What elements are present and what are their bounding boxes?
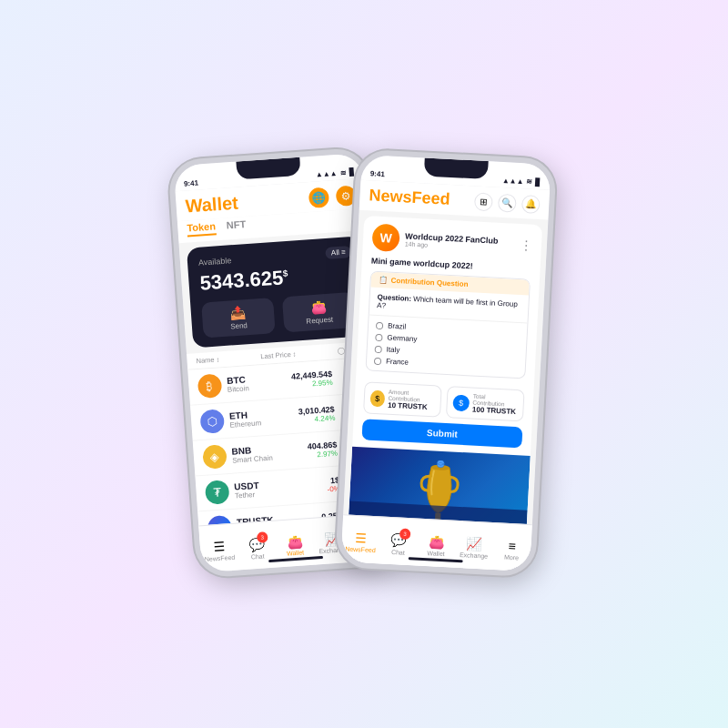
- nav-chat[interactable]: 💬 3 Chat: [237, 531, 277, 561]
- option-label-france: France: [386, 358, 409, 367]
- send-label: Send: [208, 319, 269, 332]
- col-price: Last Price ↕: [260, 350, 297, 361]
- side-button-left: [170, 221, 176, 244]
- nf-wallet-label: Wallet: [427, 550, 445, 557]
- nf-more-icon: ≡: [508, 538, 516, 552]
- bnb-info: BNB Smart Chain: [231, 443, 285, 465]
- notch-nf: [424, 157, 489, 179]
- bell-icon[interactable]: 🔔: [521, 195, 541, 214]
- request-icon: 👛: [288, 298, 349, 317]
- available-label: Available: [198, 256, 232, 268]
- tab-nft[interactable]: NFT: [226, 218, 246, 234]
- nf-nav-more[interactable]: ≡ More: [492, 533, 531, 561]
- option-label-germany: Germany: [387, 334, 417, 344]
- post-avatar: W: [371, 224, 400, 253]
- eth-info: ETH Ethereum: [229, 408, 283, 430]
- nf-battery-icon: ▊: [535, 178, 541, 187]
- request-action[interactable]: 👛 Request: [282, 292, 357, 332]
- btc-info: BTC Bitcoin: [227, 372, 280, 394]
- newsfeed-phone: 9:41 ▲▲▲ ≋ ▊ NewsFeed ⊞ 🔍 🔔: [335, 149, 557, 578]
- side-button-right-nf: [549, 238, 554, 274]
- wifi-icon: ≋: [339, 168, 347, 177]
- wallet-card: Available All ≡ 5343.625$ 📤 Send 👛 Reque…: [187, 236, 368, 348]
- tab-token[interactable]: Token: [187, 220, 217, 237]
- coin-icon-yellow: $: [369, 389, 385, 407]
- btc-logo: ₿: [197, 373, 223, 399]
- nf-chat-label: Chat: [391, 549, 405, 556]
- send-icon: 📤: [207, 304, 269, 323]
- amount-contrib-info: Amount Contribution 10 TRUSTK: [388, 389, 436, 412]
- nf-nav-exchange[interactable]: 📈 Exchange: [455, 531, 494, 559]
- wallet-title: Wallet: [185, 193, 239, 217]
- bnb-price: 404.86$ 2.97%: [284, 440, 338, 460]
- phones-container: 9:41 ▲▲▲ ≋ ▊ Wallet 🌐 ⚙ Token NFT: [164, 155, 564, 573]
- nf-exchange-icon: 📈: [466, 536, 482, 551]
- nf-header-icons: ⊞ 🔍 🔔: [474, 192, 541, 214]
- svg-point-3: [437, 460, 444, 468]
- nav-wallet[interactable]: 👛 Wallet: [275, 529, 314, 557]
- eth-logo: ⬡: [199, 409, 225, 434]
- nf-newsfeed-label: NewsFeed: [345, 545, 376, 553]
- newsfeed-label: NewsFeed: [205, 553, 236, 561]
- nf-nav-chat[interactable]: 💬 3 Chat: [379, 527, 419, 556]
- option-label-brazil: Brazil: [388, 322, 406, 331]
- eth-price: 3,010.42$ 4.24%: [281, 404, 335, 425]
- grid-icon[interactable]: ⊞: [474, 192, 493, 211]
- total-contrib-box: $ Total Contribution 100 TRUSTK: [446, 386, 525, 421]
- nf-status-time: 9:41: [370, 169, 385, 178]
- radio-italy: [375, 345, 382, 352]
- quiz-header-label: Contribution Question: [390, 277, 468, 288]
- quiz-icon: 📋: [378, 276, 387, 285]
- all-button[interactable]: All ≡: [325, 246, 351, 259]
- wallet-header-icons: 🌐 ⚙: [308, 185, 357, 208]
- balance-value: 5343.625: [199, 266, 284, 294]
- nf-signal-icon: ▲▲▲: [502, 177, 524, 186]
- total-contrib-val: 100 TRUSTK: [472, 406, 518, 417]
- nf-more-label: More: [504, 553, 519, 561]
- radio-brazil: [376, 321, 383, 329]
- nf-status-icons: ▲▲▲ ≋ ▊: [502, 177, 541, 187]
- usdt-info: USDT Tether: [234, 479, 288, 500]
- nf-newsfeed-icon: ☰: [355, 531, 368, 546]
- globe-icon[interactable]: 🌐: [308, 187, 329, 207]
- wallet-nav-label: Wallet: [287, 549, 305, 556]
- signal-icon: ▲▲▲: [316, 169, 338, 179]
- radio-france: [374, 357, 381, 364]
- nf-wallet-icon: 👛: [429, 534, 445, 550]
- newsfeed-screen: NewsFeed ⊞ 🔍 🔔 W Worldcup 2022 FanClub 1…: [340, 180, 550, 571]
- amount-contrib-val: 10 TRUSTK: [388, 401, 435, 412]
- battery-icon: ▊: [349, 168, 355, 177]
- col-name: Name ↕: [196, 355, 219, 365]
- post-menu[interactable]: ⋮: [520, 238, 533, 252]
- send-action[interactable]: 📤 Send: [201, 298, 276, 338]
- status-time: 9:41: [184, 179, 199, 188]
- chat-badge: 3: [257, 531, 268, 543]
- newsfeed-icon: ☰: [213, 539, 226, 554]
- nf-chat-badge: 3: [399, 528, 411, 540]
- nf-nav-newsfeed[interactable]: ☰ NewsFeed: [341, 526, 380, 553]
- nf-nav-wallet[interactable]: 👛 Wallet: [417, 530, 456, 557]
- quiz-options: Brazil Germany Italy France: [367, 315, 528, 378]
- nf-chat-icon-wrap: 💬 3: [390, 531, 407, 549]
- request-label: Request: [289, 314, 350, 327]
- usdt-logo: ₮: [205, 480, 230, 505]
- post-meta: Worldcup 2022 FanClub 14h ago: [405, 231, 515, 252]
- nf-bottom-nav: ☰ NewsFeed 💬 3 Chat 👛 Wallet 📈 Exchan: [340, 514, 531, 571]
- quiz-box: 📋 Contribution Question Question: Which …: [365, 270, 531, 379]
- btc-price: 42,449.54$ 2.95%: [279, 369, 333, 389]
- newsfeed-title: NewsFeed: [369, 186, 450, 209]
- total-contrib-info: Total Contribution 100 TRUSTK: [472, 393, 519, 417]
- usdt-price: 1$ -0%: [287, 475, 340, 496]
- radio-germany: [375, 333, 382, 340]
- coin-icon-blue: $: [452, 394, 469, 411]
- chat-icon-wrap: 💬 3: [248, 535, 265, 552]
- bnb-logo: ◈: [202, 444, 228, 470]
- nf-wifi-icon: ≋: [526, 177, 532, 186]
- status-icons: ▲▲▲ ≋ ▊: [316, 168, 355, 179]
- amount-contrib-box: $ Amount Contribution 10 TRUSTK: [363, 381, 442, 417]
- search-icon[interactable]: 🔍: [498, 193, 517, 212]
- nav-newsfeed[interactable]: ☰ NewsFeed: [199, 534, 238, 562]
- wallet-icon: 👛: [287, 533, 303, 549]
- chat-label: Chat: [250, 552, 264, 560]
- wallet-actions: 📤 Send 👛 Request: [201, 292, 356, 339]
